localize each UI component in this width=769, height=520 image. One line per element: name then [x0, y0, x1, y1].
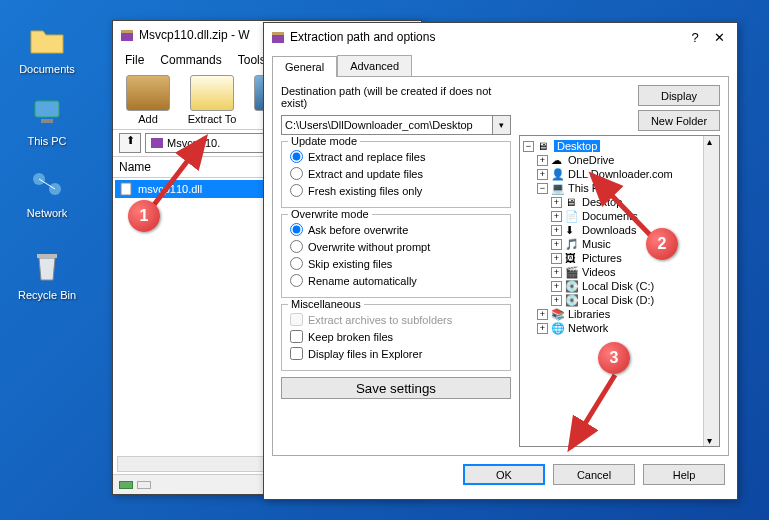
help-button[interactable]: ?	[683, 30, 707, 45]
computer-icon: 💻	[551, 182, 565, 194]
annotation-badge-1: 1	[128, 200, 160, 232]
tabstrip: General Advanced	[264, 51, 737, 76]
new-folder-button[interactable]: New Folder	[638, 110, 720, 131]
tree-node-t-videos: +🎬Videos	[523, 265, 716, 279]
vertical-scrollbar[interactable]	[703, 136, 719, 446]
annotation-badge-2: 2	[646, 228, 678, 260]
toolbar-extract-to[interactable]: Extract To	[183, 75, 241, 125]
tab-general[interactable]: General	[272, 56, 337, 77]
file-icon	[119, 182, 133, 196]
svg-line-14	[570, 375, 615, 448]
radio-ask-overwrite[interactable]: Ask before overwrite	[290, 221, 502, 238]
radio-skip-existing[interactable]: Skip existing files	[290, 255, 502, 272]
computer-icon	[27, 92, 67, 132]
extraction-dialog: Extraction path and options ? ✕ General …	[263, 22, 738, 500]
svg-rect-1	[41, 119, 53, 123]
winrar-icon	[270, 29, 286, 45]
desktop-icon-thispc[interactable]: This PC	[12, 92, 82, 147]
downloads-icon: ⬇	[565, 224, 579, 236]
desktop-icon-network[interactable]: Network	[12, 164, 82, 219]
drive-icon: 💽	[565, 280, 579, 292]
up-button[interactable]: ⬆	[119, 133, 141, 153]
menu-commands[interactable]: Commands	[154, 51, 227, 69]
svg-rect-9	[121, 183, 131, 195]
tab-advanced[interactable]: Advanced	[337, 55, 412, 76]
destination-label: Destination path (will be created if doe…	[281, 85, 511, 109]
update-mode-group: Update mode Extract and replace files Ex…	[281, 141, 511, 208]
winrar-icon	[119, 27, 135, 43]
cloud-icon: ☁	[551, 154, 565, 166]
svg-rect-7	[121, 30, 133, 33]
check-display-explorer[interactable]: Display files in Explorer	[290, 345, 502, 362]
save-settings-button[interactable]: Save settings	[281, 377, 511, 399]
tree-node-desktop: −🖥Desktop	[523, 139, 716, 153]
ok-button[interactable]: OK	[463, 464, 545, 485]
tree-node-network: +🌐Network	[523, 321, 716, 335]
radio-fresh-only[interactable]: Fresh existing files only	[290, 182, 502, 199]
destination-input[interactable]	[281, 115, 493, 135]
display-button[interactable]: Display	[638, 85, 720, 106]
folder-icon	[27, 20, 67, 60]
svg-rect-5	[37, 254, 57, 258]
annotation-badge-3: 3	[598, 342, 630, 374]
user-icon: 👤	[551, 168, 565, 180]
check-subfolders[interactable]: Extract archives to subfolders	[290, 311, 502, 328]
radio-extract-update[interactable]: Extract and update files	[290, 165, 502, 182]
tab-body: Destination path (will be created if doe…	[272, 76, 729, 456]
desktop-icon: 🖥	[565, 196, 579, 208]
svg-rect-0	[35, 101, 59, 117]
network-icon	[27, 164, 67, 204]
help-button[interactable]: Help	[643, 464, 725, 485]
overwrite-mode-group: Overwrite mode Ask before overwrite Over…	[281, 214, 511, 298]
misc-group: Miscellaneous Extract archives to subfol…	[281, 304, 511, 371]
network-icon: 🌐	[551, 322, 565, 334]
radio-overwrite-noprompt[interactable]: Overwrite without prompt	[290, 238, 502, 255]
pictures-icon: 🖼	[565, 252, 579, 264]
close-button[interactable]: ✕	[707, 30, 731, 45]
radio-extract-replace[interactable]: Extract and replace files	[290, 148, 502, 165]
music-icon: 🎵	[565, 238, 579, 250]
libraries-icon: 📚	[551, 308, 565, 320]
svg-line-12	[150, 138, 205, 210]
tree-node-t-localc: +💽Local Disk (C:)	[523, 279, 716, 293]
menu-file[interactable]: File	[119, 51, 150, 69]
drive-icon: 💽	[565, 294, 579, 306]
status-icon	[137, 481, 151, 489]
annotation-arrow-3	[560, 370, 630, 460]
chevron-down-icon[interactable]: ▾	[493, 115, 511, 135]
videos-icon: 🎬	[565, 266, 579, 278]
extract-icon	[190, 75, 234, 111]
toolbar-add[interactable]: Add	[119, 75, 177, 125]
check-keep-broken[interactable]: Keep broken files	[290, 328, 502, 345]
add-icon	[126, 75, 170, 111]
desktop-icon-documents[interactable]: Documents	[12, 20, 82, 75]
tree-node-t-locald: +💽Local Disk (D:)	[523, 293, 716, 307]
cancel-button[interactable]: Cancel	[553, 464, 635, 485]
dialog-buttons: OK Cancel Help	[264, 456, 737, 493]
documents-icon: 📄	[565, 210, 579, 222]
svg-rect-11	[272, 32, 284, 35]
svg-line-13	[592, 175, 655, 240]
desktop-icon: 🖥	[537, 140, 551, 152]
tree-node-libraries: +📚Libraries	[523, 307, 716, 321]
desktop-icon-recyclebin[interactable]: Recycle Bin	[12, 246, 82, 301]
dialog-titlebar[interactable]: Extraction path and options ? ✕	[264, 23, 737, 51]
radio-rename-auto[interactable]: Rename automatically	[290, 272, 502, 289]
recyclebin-icon	[27, 246, 67, 286]
status-icon	[119, 481, 133, 489]
